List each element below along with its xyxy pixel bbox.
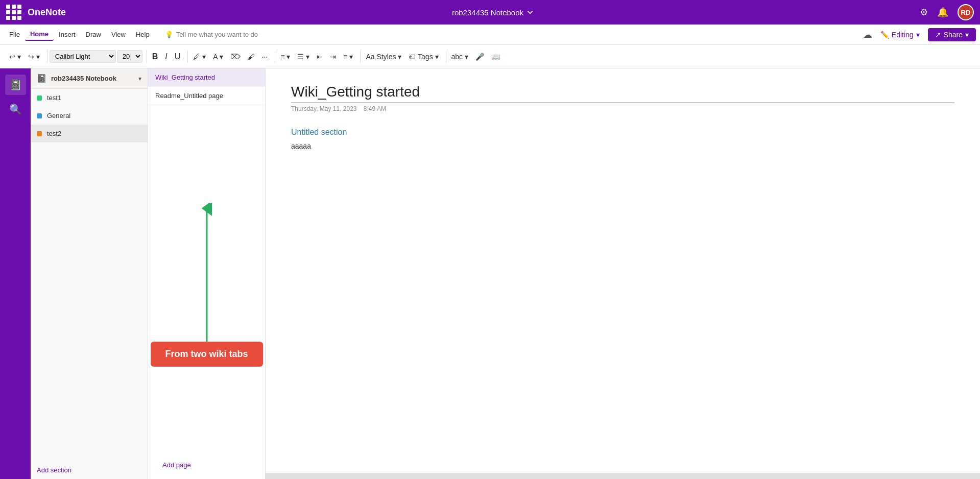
- numbered-list-button[interactable]: ☰ ▾: [294, 51, 313, 63]
- add-section-label: Add section: [37, 466, 71, 474]
- share-chevron-icon: ▾: [965, 31, 969, 39]
- menu-home[interactable]: Home: [25, 28, 54, 41]
- underline-button[interactable]: U: [172, 50, 184, 63]
- page-label-readme: Readme_Untitled page: [155, 92, 223, 100]
- immersive-reader-button[interactable]: 📖: [488, 51, 503, 63]
- share-button[interactable]: ↗ Share ▾: [928, 28, 976, 41]
- section-color-dot: [37, 113, 42, 118]
- section-title-text: Untitled section: [291, 128, 347, 136]
- chevron-down-icon: [527, 9, 534, 16]
- highlight-group: 🖊 ▾ A ▾ ⌦ 🖌 ···: [187, 51, 273, 63]
- editing-label: Editing: [892, 31, 914, 39]
- main-area: 📓 🔍 📓 rob234435 Notebook ▾ test1 General…: [0, 68, 980, 479]
- toolbar: ↩ ▾ ↪ ▾ Calibri Light 20 B I U 🖊 ▾ A ▾ ⌦…: [0, 45, 980, 68]
- indent-left-button[interactable]: ⇤: [314, 51, 326, 63]
- bold-button[interactable]: B: [149, 50, 161, 63]
- tags-button[interactable]: 🏷 Tags ▾: [405, 51, 441, 63]
- notebook-header[interactable]: 📓 rob234435 Notebook ▾: [31, 68, 148, 89]
- notebook-title[interactable]: rob234435 Notebook: [66, 8, 920, 17]
- editing-chevron-icon: ▾: [916, 31, 920, 39]
- content-section-title: Untitled section: [291, 128, 954, 137]
- menu-bar: File Home Insert Draw View Help 💡 Tell m…: [0, 25, 980, 45]
- content-area[interactable]: Thursday, May 11, 2023 8:49 AM Untitled …: [266, 68, 980, 479]
- avatar[interactable]: RD: [958, 4, 974, 20]
- search-hint[interactable]: 💡 Tell me what you want to do: [165, 31, 863, 38]
- section-list: test1 General test2: [31, 89, 148, 461]
- page-date: Thursday, May 11, 2023 8:49 AM: [291, 105, 954, 112]
- share-icon: ↗: [935, 31, 941, 39]
- styles-group: Aa Styles ▾ 🏷 Tags ▾: [360, 51, 443, 63]
- section-item-general[interactable]: General: [31, 107, 148, 125]
- size-select[interactable]: 20: [117, 50, 142, 63]
- menu-insert[interactable]: Insert: [54, 29, 81, 40]
- font-group: Calibri Light 20: [47, 50, 145, 63]
- page-date-text: Thursday, May 11, 2023: [291, 105, 357, 112]
- content-body[interactable]: aaaaa: [291, 142, 954, 150]
- settings-button[interactable]: ⚙: [920, 7, 928, 18]
- format-group: B I U: [147, 50, 186, 63]
- search-lightbulb-icon: 💡: [165, 31, 173, 38]
- page-item-wiki[interactable]: Wiki_Getting started: [148, 68, 265, 87]
- editing-button[interactable]: ✏️ Editing ▾: [876, 29, 924, 41]
- menu-right-actions: ☁ ✏️ Editing ▾ ↗ Share ▾: [863, 28, 976, 41]
- notebook-chevron-icon: ▾: [138, 75, 141, 82]
- bullet-list-button[interactable]: ≡ ▾: [277, 51, 293, 63]
- dictate-button[interactable]: 🎤: [472, 51, 487, 63]
- share-label: Share: [944, 31, 963, 39]
- format-paint-button[interactable]: 🖌: [245, 51, 258, 63]
- align-button[interactable]: ≡ ▾: [340, 51, 356, 63]
- notebook-book-icon: 📓: [37, 74, 47, 83]
- search-placeholder-text: Tell me what you want to do: [176, 31, 258, 38]
- horizontal-scrollbar[interactable]: [266, 473, 980, 479]
- eraser-button[interactable]: ⌦: [227, 51, 244, 63]
- page-time-text: 8:49 AM: [364, 105, 386, 112]
- title-bar-actions: ⚙ 🔔 RD: [920, 4, 974, 20]
- font-color-button[interactable]: A ▾: [210, 51, 226, 63]
- highlight-button[interactable]: 🖊 ▾: [190, 51, 209, 63]
- section-item-test1[interactable]: test1: [31, 89, 148, 107]
- spelling-group: abc ▾ 🎤 📖: [446, 51, 505, 63]
- indent-right-button[interactable]: ⇥: [327, 51, 339, 63]
- section-item-test2[interactable]: test2: [31, 125, 148, 142]
- section-label-test1: test1: [47, 94, 61, 102]
- notebook-title-text: rob234435 Notebook: [452, 8, 523, 17]
- page-title-input[interactable]: [291, 84, 954, 103]
- annotation-badge: From two wiki tabs: [151, 342, 263, 367]
- pencil-icon: ✏️: [880, 31, 889, 39]
- search-sidebar-icon[interactable]: 🔍: [5, 99, 26, 119]
- title-bar: OneNote rob234435 Notebook ⚙ 🔔 RD: [0, 0, 980, 25]
- app-name: OneNote: [28, 7, 66, 18]
- redo-button[interactable]: ↪ ▾: [25, 51, 43, 63]
- notebook-name: rob234435 Notebook: [51, 75, 134, 82]
- section-label-test2: test2: [47, 130, 61, 137]
- notifications-button[interactable]: 🔔: [937, 7, 948, 18]
- add-section-button[interactable]: Add section: [31, 461, 148, 479]
- add-page-button[interactable]: Add page: [155, 456, 198, 474]
- undo-redo-group: ↩ ▾ ↪ ▾: [4, 51, 45, 63]
- section-color-dot: [37, 95, 42, 101]
- add-page-label: Add page: [162, 461, 191, 469]
- pages-pane: Wiki_Getting started Readme_Untitled pag…: [148, 68, 266, 479]
- annotation-badge-text: From two wiki tabs: [165, 349, 248, 359]
- menu-view[interactable]: View: [106, 29, 131, 40]
- sidebar-icons: 📓 🔍: [0, 68, 31, 479]
- italic-button[interactable]: I: [162, 50, 170, 63]
- styles-button[interactable]: Aa Styles ▾: [363, 51, 404, 63]
- section-label-general: General: [47, 112, 70, 119]
- menu-help[interactable]: Help: [131, 29, 155, 40]
- menu-file[interactable]: File: [4, 29, 25, 40]
- more-format-button[interactable]: ···: [259, 51, 271, 63]
- font-select[interactable]: Calibri Light: [50, 50, 116, 63]
- page-item-readme[interactable]: Readme_Untitled page: [148, 87, 265, 105]
- page-label-wiki: Wiki_Getting started: [155, 74, 215, 81]
- notebooks-icon[interactable]: 📓: [5, 75, 26, 95]
- spelling-button[interactable]: abc ▾: [448, 51, 471, 63]
- section-color-dot: [37, 131, 42, 136]
- undo-button[interactable]: ↩ ▾: [6, 51, 24, 63]
- app-grid-icon[interactable]: [6, 5, 21, 20]
- cloud-icon[interactable]: ☁: [863, 29, 872, 40]
- list-group: ≡ ▾ ☰ ▾ ⇤ ⇥ ≡ ▾: [275, 51, 358, 63]
- menu-draw[interactable]: Draw: [81, 29, 106, 40]
- notebook-pane: 📓 rob234435 Notebook ▾ test1 General tes…: [31, 68, 148, 479]
- content-body-text: aaaaa: [291, 142, 311, 150]
